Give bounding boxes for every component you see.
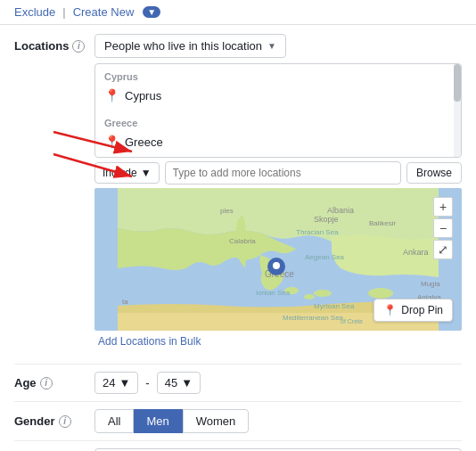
- include-label: Include: [103, 167, 137, 179]
- age-label-cell: Age i: [14, 376, 94, 390]
- gender-label-cell: Gender i: [14, 414, 94, 428]
- pin-icon-cyprus: 📍: [104, 88, 119, 102]
- svg-text:Skopje: Skopje: [314, 215, 339, 224]
- age-min-chevron: ▼: [119, 376, 130, 390]
- age-max-value: 45: [165, 376, 177, 390]
- languages-row: Languages i: [0, 441, 476, 451]
- age-min-dropdown[interactable]: 24 ▼: [94, 372, 138, 394]
- age-max-chevron: ▼: [181, 376, 193, 390]
- location-list-box: Cyprus 📍 Cyprus Greece 📍 Greece: [94, 63, 462, 158]
- include-button[interactable]: Include ▼: [94, 162, 160, 184]
- browse-button[interactable]: Browse: [406, 162, 462, 184]
- group-label-cyprus: Cyprus: [95, 68, 461, 84]
- svg-text:Myrtoan Sea: Myrtoan Sea: [314, 302, 355, 310]
- svg-text:Ionian Sea: Ionian Sea: [256, 289, 291, 297]
- svg-text:Ankara: Ankara: [403, 248, 429, 257]
- scrollbar-thumb[interactable]: [454, 64, 461, 102]
- dropdown-label: People who live in this location: [104, 39, 262, 53]
- age-min-value: 24: [103, 376, 115, 390]
- scrollbar-track: [454, 64, 461, 157]
- location-name-greece: Greece: [125, 135, 163, 149]
- svg-text:Balikesir: Balikesir: [369, 219, 397, 227]
- svg-text:Mediterranean Sea: Mediterranean Sea: [283, 314, 344, 322]
- zoom-in-button[interactable]: +: [433, 197, 453, 217]
- location-item-cyprus[interactable]: 📍 Cyprus: [95, 84, 461, 107]
- svg-text:Aegean Sea: Aegean Sea: [305, 253, 345, 261]
- location-name-cyprus: Cyprus: [125, 89, 161, 102]
- new-badge: ▼: [143, 6, 160, 18]
- age-max-dropdown[interactable]: 45 ▼: [157, 372, 201, 394]
- svg-point-6: [314, 290, 332, 297]
- svg-point-24: [273, 262, 280, 269]
- age-dash: -: [145, 376, 149, 390]
- gender-all-button[interactable]: All: [94, 409, 134, 433]
- search-bar: Include ▼ Browse: [94, 161, 462, 184]
- group-label-greece: Greece: [95, 114, 461, 130]
- gender-men-button[interactable]: Men: [134, 409, 182, 433]
- include-chevron: ▼: [141, 167, 152, 179]
- svg-point-5: [304, 294, 315, 299]
- add-locations-bulk-link[interactable]: Add Locations in Bulk: [94, 335, 201, 348]
- gender-buttons: All Men Women: [94, 409, 249, 433]
- location-item-greece[interactable]: 📍 Greece: [95, 130, 461, 153]
- create-new-link[interactable]: Create New: [73, 5, 135, 19]
- map-controls: + − ⤢: [433, 197, 453, 259]
- dropdown-chevron: ▼: [267, 41, 276, 51]
- location-group-greece: Greece 📍 Greece: [95, 111, 461, 157]
- gender-row: Gender i All Men Women: [0, 402, 476, 440]
- age-row: Age i 24 ▼ - 45 ▼: [0, 365, 476, 401]
- svg-text:Calabria: Calabria: [229, 237, 256, 245]
- svg-point-7: [368, 288, 393, 299]
- age-controls: 24 ▼ - 45 ▼: [94, 372, 201, 394]
- location-group-cyprus: Cyprus 📍 Cyprus: [95, 64, 461, 111]
- zoom-out-button[interactable]: −: [433, 218, 453, 238]
- add-locations-input[interactable]: [165, 161, 401, 184]
- exclude-link[interactable]: Exclude: [14, 5, 55, 19]
- locations-content: People who live in this location ▼ Cypru…: [94, 34, 462, 355]
- separator: |: [62, 5, 65, 19]
- drop-pin-button[interactable]: 📍 Drop Pin: [373, 299, 453, 322]
- people-location-dropdown[interactable]: People who live in this location ▼: [94, 34, 286, 58]
- map-container[interactable]: Skopje Albania Greece Thracian Sea Ankar…: [94, 188, 462, 331]
- svg-text:ta: ta: [122, 298, 128, 306]
- top-links-bar: Exclude | Create New ▼: [0, 0, 476, 25]
- pin-icon-greece: 📍: [104, 135, 119, 149]
- age-label: Age: [14, 376, 37, 390]
- svg-text:ples: ples: [220, 207, 234, 215]
- locations-label-cell: Locations i: [14, 34, 94, 53]
- gender-info-icon[interactable]: i: [59, 415, 71, 428]
- gender-women-button[interactable]: Women: [183, 409, 250, 433]
- gender-label: Gender: [14, 414, 55, 428]
- svg-text:of Crete: of Crete: [341, 318, 363, 324]
- locations-info-icon[interactable]: i: [72, 40, 85, 53]
- svg-text:Albania: Albania: [327, 206, 354, 215]
- locations-row: Locations i People who live in this loca…: [0, 25, 476, 364]
- svg-text:Thracian Sea: Thracian Sea: [296, 228, 339, 236]
- locations-label: Locations: [14, 39, 69, 53]
- age-info-icon[interactable]: i: [40, 377, 53, 390]
- fullscreen-button[interactable]: ⤢: [433, 240, 453, 259]
- drop-pin-icon: 📍: [383, 304, 397, 316]
- svg-text:Mugla: Mugla: [421, 280, 440, 288]
- drop-pin-label: Drop Pin: [401, 304, 443, 316]
